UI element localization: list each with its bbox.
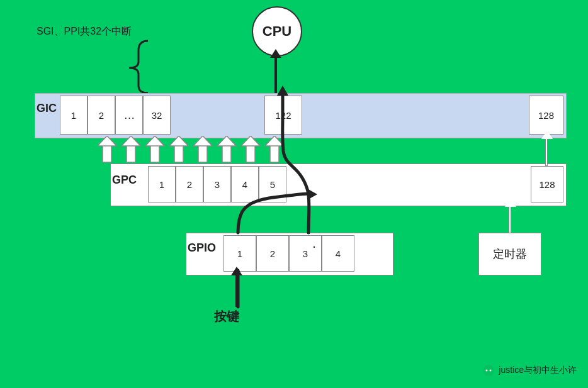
gpc-cell-3: 3 xyxy=(203,166,231,202)
svg-marker-14 xyxy=(241,136,260,146)
svg-marker-8 xyxy=(169,136,188,146)
timer-block: 定时器 xyxy=(478,233,541,275)
svg-marker-2 xyxy=(98,136,116,146)
gpio-cell-2: 2 xyxy=(256,235,289,272)
svg-rect-3 xyxy=(127,145,135,162)
svg-marker-16 xyxy=(265,136,284,146)
svg-rect-15 xyxy=(270,145,279,162)
gpc-cell-2: 2 xyxy=(176,166,203,202)
svg-rect-9 xyxy=(198,145,207,162)
sgi-ppi-label: SGI、PPI共32个中断 xyxy=(37,25,132,38)
watermark-text: justice与初中生小许 xyxy=(499,365,577,376)
svg-marker-6 xyxy=(145,136,164,146)
svg-rect-5 xyxy=(150,145,159,162)
gpio-cell-3: 3 xyxy=(289,235,322,272)
gpio-label: GPIO xyxy=(188,241,216,255)
cpu-label: CPU xyxy=(263,23,291,40)
svg-rect-7 xyxy=(174,145,183,162)
svg-marker-12 xyxy=(217,136,236,146)
gic-cell-128: 128 xyxy=(529,96,563,135)
arrow-gpc128-to-gic128 xyxy=(545,137,548,166)
gic-cell-1: 1 xyxy=(60,96,88,135)
wechat-icon xyxy=(482,364,495,377)
gpio-cell-4: 4 xyxy=(322,235,354,272)
gic-label: GIC xyxy=(37,102,57,115)
arrow-button-to-gpio xyxy=(235,274,238,307)
gpc-cells-group: 1 2 3 4 5 xyxy=(148,166,286,202)
svg-point-20 xyxy=(486,370,488,372)
diagram-container: CPU SGI、PPI共32个中断 GIC 1 2 … 32 122 128 xyxy=(0,0,588,388)
svg-point-19 xyxy=(483,365,494,376)
brace-svg xyxy=(35,38,161,94)
svg-marker-10 xyxy=(193,136,212,146)
gic-cell-ellipsis: … xyxy=(115,96,143,135)
svg-rect-1 xyxy=(103,145,111,162)
svg-rect-13 xyxy=(246,145,255,162)
gic-cell-122: 122 xyxy=(264,96,302,135)
gpc-cell-4: 4 xyxy=(231,166,259,202)
up-arrows-gpc-gic xyxy=(98,136,337,165)
gic-cells-group: 1 2 … 32 xyxy=(60,96,171,135)
arrow-timer-to-gpc xyxy=(509,205,511,234)
timer-label: 定时器 xyxy=(493,247,527,262)
gic-cell-2: 2 xyxy=(88,96,115,135)
gpc-label: GPC xyxy=(112,174,137,187)
gpc-cell-5: 5 xyxy=(259,166,286,202)
watermark: justice与初中生小许 xyxy=(482,364,577,377)
svg-point-21 xyxy=(490,370,492,372)
gic-cell-32: 32 xyxy=(143,96,171,135)
gpc-cell-1: 1 xyxy=(148,166,176,202)
button-label: 按键 xyxy=(214,308,239,325)
svg-marker-4 xyxy=(122,136,140,146)
gpio-cells-group: 1 2 3 4 xyxy=(223,235,354,272)
gpc-cell-128: 128 xyxy=(531,166,563,202)
arrow-gic-to-cpu xyxy=(274,57,277,94)
svg-rect-11 xyxy=(222,145,231,162)
